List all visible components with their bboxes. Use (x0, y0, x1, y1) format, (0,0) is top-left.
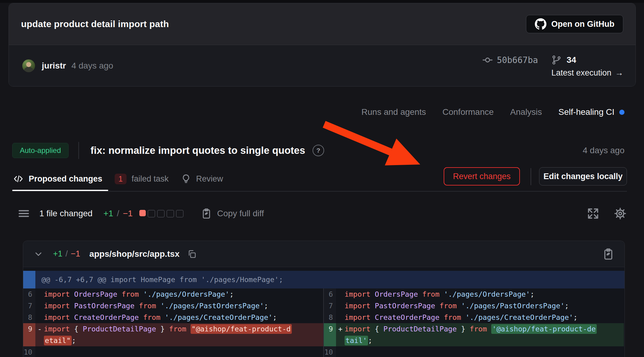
copy-icon (187, 249, 197, 259)
copy-path-button[interactable] (187, 249, 197, 259)
hunk-gutter-stripe (23, 271, 35, 288)
diff-stat-block-empty (176, 210, 184, 217)
open-on-github-label: Open on GitHub (551, 19, 614, 29)
nav-self-healing-ci-label: Self-healing CI (558, 107, 614, 117)
nav-self-healing-ci[interactable]: Self-healing CI (558, 107, 624, 117)
diff-marker (35, 312, 44, 323)
diff-line: 7import PastOrdersPage from './pages/Pas… (324, 300, 624, 312)
diff-line: 7import PastOrdersPage from './pages/Pas… (23, 300, 323, 312)
diff-stat-block-empty (157, 210, 165, 217)
latest-execution-link[interactable]: Latest execution → (551, 68, 623, 78)
fix-title: fix: normalize import quotes to single q… (91, 145, 305, 156)
diff-toolbar-right (587, 207, 627, 220)
fix-time: 4 days ago (583, 146, 624, 155)
diff-line: 6import OrdersPage from './pages/OrdersP… (23, 288, 323, 300)
divider (531, 168, 531, 185)
file-diff-header: +1 / −1 apps/shop/src/app.tsx (23, 241, 624, 267)
diff-toolbar: 1 file changed +1 / −1 Copy full diff (17, 206, 627, 221)
line-number: 6 (23, 288, 35, 300)
tab-proposed-changes[interactable]: Proposed changes (12, 173, 103, 184)
open-on-github-button[interactable]: Open on GitHub (526, 15, 623, 33)
diff-line: 9+import { ProductDetailPage } from '@ai… (324, 323, 624, 346)
diff-line: 8import CreateOrderPage from './pages/Cr… (324, 312, 624, 323)
diff-line: 8import CreateOrderPage from './pages/Cr… (23, 312, 323, 323)
commit-icon (482, 55, 493, 65)
file-additions: +1 (53, 249, 63, 259)
tabs-border (12, 191, 627, 192)
diff-marker (336, 312, 345, 323)
line-number: 10 (324, 346, 336, 357)
code-text (44, 346, 323, 357)
diff-line: 10 (324, 346, 624, 357)
commit-sha-group[interactable]: 50b667ba (482, 54, 538, 66)
stat-separator: / (117, 209, 119, 218)
expand-icon[interactable] (587, 207, 599, 220)
line-number: 8 (23, 312, 35, 323)
execution-group: 34 Latest execution → (551, 54, 623, 78)
diff-pane-old: 6import OrdersPage from './pages/OrdersP… (23, 288, 323, 357)
diff-stat-blocks (139, 210, 184, 217)
diff-line: 9-import { ProductDetailPage } from "@ai… (23, 323, 323, 346)
tab-review-label: Review (196, 174, 223, 184)
nav-conformance[interactable]: Conformance (442, 107, 494, 117)
diff-stat-block-empty (166, 210, 174, 217)
commit-sha: 50b667ba (497, 55, 538, 65)
diff-line: 10 (23, 346, 323, 357)
tab-proposed-changes-label: Proposed changes (29, 174, 102, 184)
lightbulb-icon (181, 174, 191, 184)
page-title: update product detail import path (21, 19, 169, 29)
file-list-menu-icon[interactable] (17, 207, 31, 220)
tab-review[interactable]: Review (180, 174, 224, 184)
git-branch-icon (551, 55, 562, 65)
branch-row[interactable]: 34 (551, 54, 576, 66)
hunk-header: @@ -6,7 +6,7 @@ import HomePage from './… (23, 271, 624, 288)
file-diff-panel: +1 / −1 apps/shop/src/app.tsx @@ -6,7 +6… (23, 241, 625, 357)
execution-number: 34 (567, 55, 576, 65)
active-nav-dot (619, 110, 624, 115)
author-name[interactable]: juristr (42, 61, 66, 71)
diff-marker (336, 300, 345, 312)
diff-marker: + (336, 323, 345, 346)
github-icon (535, 18, 546, 30)
code-text: import PastOrdersPage from './pages/Past… (345, 300, 624, 312)
line-number: 7 (23, 300, 35, 312)
revert-changes-button[interactable]: Revert changes (444, 167, 520, 186)
diff-marker (35, 300, 44, 312)
copy-file-diff-button[interactable] (602, 248, 615, 260)
code-text: import { ProductDetailPage } from '@aish… (345, 323, 624, 346)
commit-time: 4 days ago (71, 61, 113, 71)
code-icon (13, 173, 24, 184)
file-path: apps/shop/src/app.tsx (89, 249, 180, 259)
tabs: Proposed changes 1 failed task Review (12, 167, 224, 191)
edit-changes-locally-button[interactable]: Edit changes locally (539, 167, 627, 186)
diff-gap (23, 267, 624, 271)
tab-failed-task[interactable]: 1 failed task (114, 174, 169, 184)
help-icon[interactable]: ? (313, 145, 324, 156)
copy-full-diff-button[interactable]: Copy full diff (201, 208, 264, 219)
code-text: import OrdersPage from './pages/OrdersPa… (44, 288, 323, 300)
chevron-down-icon[interactable] (33, 249, 44, 260)
avatar[interactable] (22, 59, 35, 72)
divider (78, 142, 79, 159)
diff-marker (35, 346, 44, 357)
tab-failed-task-label: failed task (131, 174, 169, 184)
diff-line: 6import OrdersPage from './pages/OrdersP… (324, 288, 624, 300)
gear-icon[interactable] (614, 207, 627, 220)
line-number: 8 (324, 312, 336, 323)
fix-header-row: Auto-applied fix: normalize import quote… (12, 141, 624, 160)
diff-pane-new: 6import OrdersPage from './pages/OrdersP… (324, 288, 624, 357)
code-text: import PastOrdersPage from './pages/Past… (44, 300, 323, 312)
clipboard-icon (201, 208, 212, 219)
nav-runs-and-agents[interactable]: Runs and agents (361, 107, 426, 117)
nav-analysis[interactable]: Analysis (510, 107, 542, 117)
deletions-count: −1 (123, 209, 133, 218)
arrow-right-icon: → (615, 68, 623, 78)
commit-meta: 50b667ba 34 Latest execution → (482, 54, 624, 78)
page: update product detail import path Open o… (0, 0, 644, 357)
section-nav: Runs and agents Conformance Analysis Sel… (361, 107, 624, 117)
code-text: import { ProductDetailPage } from "@aish… (44, 323, 323, 346)
commit-meta-row: juristr 4 days ago 50b667ba 34 (9, 45, 635, 86)
diff-stat-block-empty (148, 210, 155, 217)
line-number: 10 (23, 346, 35, 357)
diff-stat-block-filled (139, 210, 146, 216)
